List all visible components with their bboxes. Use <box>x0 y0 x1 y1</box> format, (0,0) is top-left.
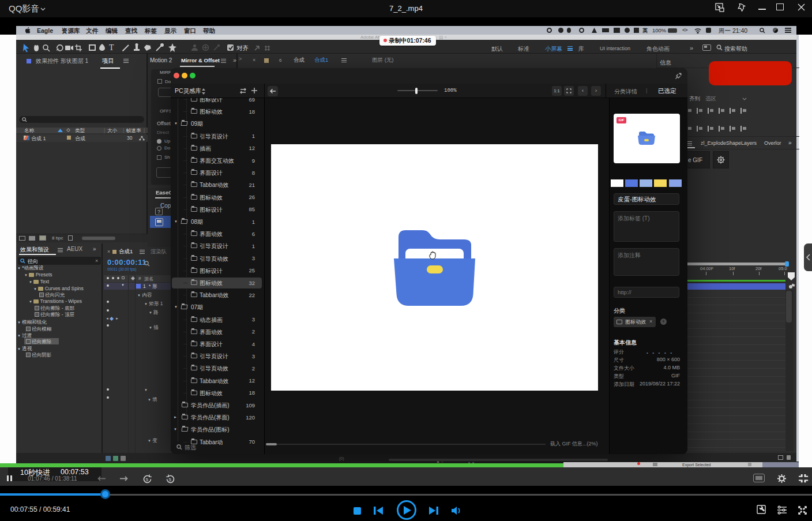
svg-text:5: 5 <box>146 477 149 482</box>
svg-text:5: 5 <box>169 477 172 482</box>
